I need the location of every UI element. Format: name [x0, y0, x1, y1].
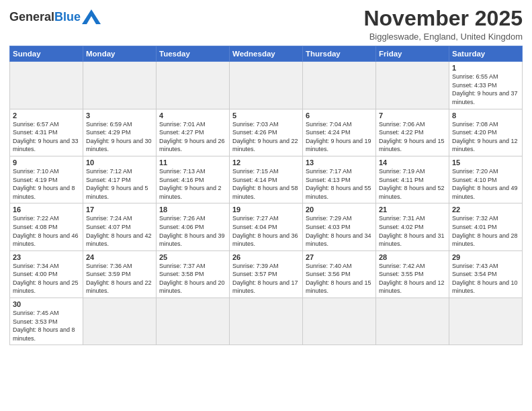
day-info: Sunrise: 7:08 AMSunset: 4:20 PMDaylight:… — [452, 120, 519, 154]
day-cell: 21Sunrise: 7:31 AMSunset: 4:02 PMDayligh… — [376, 203, 449, 250]
subtitle: Biggleswade, England, United Kingdom — [363, 32, 523, 42]
header: General Blue November 2025 Biggleswade, … — [9, 7, 523, 42]
day-number: 13 — [306, 158, 373, 167]
day-number: 2 — [13, 111, 80, 120]
week-row-1: 2Sunrise: 6:57 AMSunset: 4:31 PMDaylight… — [10, 109, 523, 156]
weekday-header-friday: Friday — [376, 46, 449, 62]
day-info: Sunrise: 6:55 AMSunset: 4:33 PMDaylight:… — [452, 73, 519, 106]
calendar: SundayMondayTuesdayWednesdayThursdayFrid… — [9, 46, 523, 345]
weekday-header-monday: Monday — [83, 46, 157, 62]
day-cell — [230, 298, 303, 345]
weekday-header-wednesday: Wednesday — [230, 46, 303, 62]
day-info: Sunrise: 6:57 AMSunset: 4:31 PMDaylight:… — [13, 120, 80, 154]
day-cell: 12Sunrise: 7:15 AMSunset: 4:14 PMDayligh… — [230, 156, 303, 203]
day-cell: 15Sunrise: 7:20 AMSunset: 4:10 PMDayligh… — [449, 156, 523, 203]
day-info: Sunrise: 7:01 AMSunset: 4:27 PMDaylight:… — [159, 120, 226, 154]
weekday-header-row: SundayMondayTuesdayWednesdayThursdayFrid… — [10, 46, 523, 62]
day-cell — [230, 62, 303, 109]
day-cell: 17Sunrise: 7:24 AMSunset: 4:07 PMDayligh… — [83, 203, 157, 250]
day-cell: 2Sunrise: 6:57 AMSunset: 4:31 PMDaylight… — [10, 109, 83, 156]
week-row-5: 30Sunrise: 7:45 AMSunset: 3:53 PMDayligh… — [10, 298, 523, 345]
day-info: Sunrise: 7:27 AMSunset: 4:04 PMDaylight:… — [232, 214, 300, 248]
day-cell: 7Sunrise: 7:06 AMSunset: 4:22 PMDaylight… — [376, 109, 449, 156]
day-info: Sunrise: 7:39 AMSunset: 3:57 PMDaylight:… — [232, 262, 300, 295]
day-cell: 16Sunrise: 7:22 AMSunset: 4:08 PMDayligh… — [10, 203, 83, 250]
day-number: 7 — [379, 111, 446, 120]
day-cell: 20Sunrise: 7:29 AMSunset: 4:03 PMDayligh… — [303, 203, 376, 250]
day-number: 30 — [13, 300, 80, 308]
day-cell: 6Sunrise: 7:04 AMSunset: 4:24 PMDaylight… — [303, 109, 376, 156]
day-cell: 13Sunrise: 7:17 AMSunset: 4:13 PMDayligh… — [303, 156, 376, 203]
day-info: Sunrise: 7:13 AMSunset: 4:16 PMDaylight:… — [159, 167, 226, 201]
day-number: 24 — [86, 253, 153, 261]
day-number: 18 — [159, 205, 226, 214]
weekday-header-saturday: Saturday — [449, 46, 523, 62]
day-info: Sunrise: 7:45 AMSunset: 3:53 PMDaylight:… — [13, 309, 80, 342]
day-cell: 27Sunrise: 7:40 AMSunset: 3:56 PMDayligh… — [303, 250, 376, 298]
day-number: 3 — [86, 111, 153, 120]
day-number: 5 — [232, 111, 300, 120]
day-info: Sunrise: 7:42 AMSunset: 3:55 PMDaylight:… — [379, 262, 446, 295]
day-cell: 26Sunrise: 7:39 AMSunset: 3:57 PMDayligh… — [230, 250, 303, 298]
day-number: 26 — [232, 253, 300, 261]
day-info: Sunrise: 7:37 AMSunset: 3:58 PMDaylight:… — [159, 262, 226, 295]
day-cell: 3Sunrise: 6:59 AMSunset: 4:29 PMDaylight… — [83, 109, 157, 156]
day-info: Sunrise: 7:40 AMSunset: 3:56 PMDaylight:… — [306, 262, 373, 295]
day-cell: 10Sunrise: 7:12 AMSunset: 4:17 PMDayligh… — [83, 156, 157, 203]
day-info: Sunrise: 7:10 AMSunset: 4:19 PMDaylight:… — [13, 167, 80, 201]
week-row-3: 16Sunrise: 7:22 AMSunset: 4:08 PMDayligh… — [10, 203, 523, 250]
logo-icon — [82, 9, 101, 24]
day-number: 17 — [86, 205, 153, 214]
day-info: Sunrise: 7:17 AMSunset: 4:13 PMDaylight:… — [306, 167, 373, 201]
day-number: 20 — [306, 205, 373, 214]
day-info: Sunrise: 7:12 AMSunset: 4:17 PMDaylight:… — [86, 167, 153, 201]
week-row-4: 23Sunrise: 7:34 AMSunset: 4:00 PMDayligh… — [10, 250, 523, 298]
day-cell: 29Sunrise: 7:43 AMSunset: 3:54 PMDayligh… — [449, 250, 523, 298]
title-area: November 2025 Biggleswade, England, Unit… — [363, 7, 523, 42]
day-number: 27 — [306, 253, 373, 261]
day-cell: 11Sunrise: 7:13 AMSunset: 4:16 PMDayligh… — [157, 156, 230, 203]
day-number: 6 — [306, 111, 373, 120]
day-info: Sunrise: 7:34 AMSunset: 4:00 PMDaylight:… — [13, 262, 80, 295]
day-info: Sunrise: 7:26 AMSunset: 4:06 PMDaylight:… — [159, 214, 226, 248]
week-row-2: 9Sunrise: 7:10 AMSunset: 4:19 PMDaylight… — [10, 156, 523, 203]
day-info: Sunrise: 7:03 AMSunset: 4:26 PMDaylight:… — [232, 120, 300, 154]
day-cell — [303, 62, 376, 109]
day-cell: 30Sunrise: 7:45 AMSunset: 3:53 PMDayligh… — [10, 298, 83, 345]
day-cell — [376, 298, 449, 345]
day-cell: 22Sunrise: 7:32 AMSunset: 4:01 PMDayligh… — [449, 203, 523, 250]
day-number: 4 — [159, 111, 226, 120]
day-cell — [83, 298, 157, 345]
day-info: Sunrise: 7:19 AMSunset: 4:11 PMDaylight:… — [379, 167, 446, 201]
weekday-header-tuesday: Tuesday — [157, 46, 230, 62]
day-cell — [83, 62, 157, 109]
day-cell — [10, 62, 83, 109]
day-number: 14 — [379, 158, 446, 167]
day-info: Sunrise: 7:43 AMSunset: 3:54 PMDaylight:… — [452, 262, 519, 295]
day-number: 19 — [232, 205, 300, 214]
logo-blue-text: Blue — [54, 11, 81, 23]
day-info: Sunrise: 7:24 AMSunset: 4:07 PMDaylight:… — [86, 214, 153, 248]
day-number: 8 — [452, 111, 519, 120]
day-info: Sunrise: 7:20 AMSunset: 4:10 PMDaylight:… — [452, 167, 519, 201]
day-cell — [449, 298, 523, 345]
month-title: November 2025 — [363, 7, 523, 30]
day-number: 29 — [452, 253, 519, 261]
day-cell: 4Sunrise: 7:01 AMSunset: 4:27 PMDaylight… — [157, 109, 230, 156]
day-number: 12 — [232, 158, 300, 167]
day-cell: 9Sunrise: 7:10 AMSunset: 4:19 PMDaylight… — [10, 156, 83, 203]
weekday-header-thursday: Thursday — [303, 46, 376, 62]
day-number: 15 — [452, 158, 519, 167]
page: General Blue November 2025 Biggleswade, … — [0, 0, 532, 411]
day-cell: 23Sunrise: 7:34 AMSunset: 4:00 PMDayligh… — [10, 250, 83, 298]
day-info: Sunrise: 7:04 AMSunset: 4:24 PMDaylight:… — [306, 120, 373, 154]
day-cell — [157, 298, 230, 345]
day-number: 21 — [379, 205, 446, 214]
day-cell — [303, 298, 376, 345]
day-cell: 19Sunrise: 7:27 AMSunset: 4:04 PMDayligh… — [230, 203, 303, 250]
day-number: 9 — [13, 158, 80, 167]
day-number: 22 — [452, 205, 519, 214]
day-number: 28 — [379, 253, 446, 261]
day-info: Sunrise: 7:22 AMSunset: 4:08 PMDaylight:… — [13, 214, 80, 248]
day-number: 23 — [13, 253, 80, 261]
